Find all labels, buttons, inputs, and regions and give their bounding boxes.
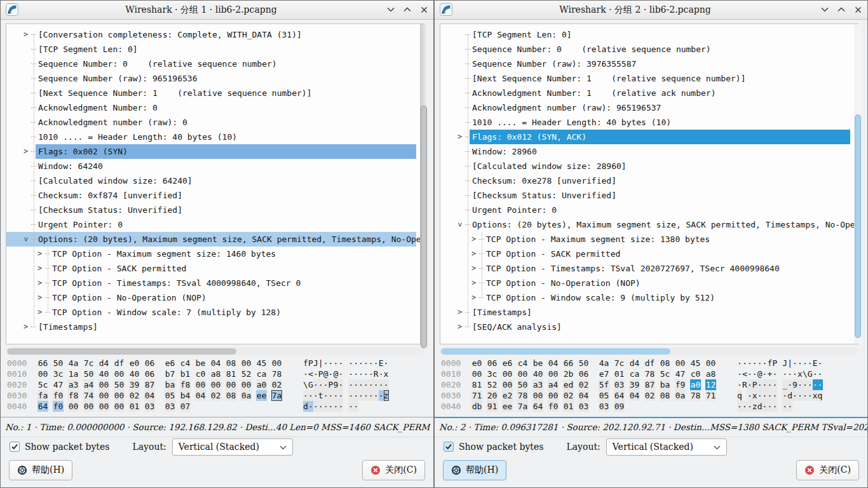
ascii-char[interactable]: · bbox=[782, 401, 787, 412]
ascii-char[interactable]: · bbox=[747, 401, 752, 412]
tree-row[interactable]: >TCP Option - SACK permitted bbox=[6, 261, 416, 276]
hex-byte[interactable]: 05 bbox=[599, 390, 609, 401]
ascii-char[interactable]: · bbox=[353, 390, 358, 401]
hex-byte[interactable]: 02 bbox=[210, 390, 221, 401]
tree-row[interactable]: [Next Sequence Number: 1 (relative seque… bbox=[440, 71, 850, 86]
vertical-scrollbar[interactable] bbox=[420, 24, 428, 344]
hex-byte[interactable]: 00 bbox=[37, 369, 48, 379]
tree-row[interactable]: >Flags: 0x002 (SYN) bbox=[6, 144, 416, 159]
ascii-char[interactable]: @ bbox=[333, 369, 338, 379]
tree-row[interactable]: Acknowledgment number (raw): 0 bbox=[6, 115, 416, 130]
ascii-char[interactable]: · bbox=[792, 358, 797, 369]
hex-byte[interactable]: 52 bbox=[241, 369, 252, 379]
hex-byte[interactable]: 00 bbox=[226, 379, 236, 390]
tree-row[interactable]: [Calculated window size: 64240] bbox=[6, 173, 416, 188]
ascii-char[interactable]: · bbox=[803, 390, 808, 401]
hex-byte[interactable]: e6 bbox=[502, 358, 513, 369]
horizontal-scrollbar[interactable] bbox=[440, 348, 858, 355]
hex-byte[interactable]: b1 bbox=[180, 369, 191, 379]
ascii-char[interactable]: d bbox=[757, 401, 763, 412]
ascii-char[interactable]: 9 bbox=[333, 379, 338, 390]
hex-byte[interactable]: 5f bbox=[599, 379, 609, 390]
hex-byte[interactable]: 7c bbox=[83, 358, 94, 369]
hex-byte[interactable]: 05 bbox=[165, 390, 175, 401]
hex-byte[interactable]: 00 bbox=[98, 401, 109, 412]
ascii-char[interactable]: · bbox=[747, 358, 752, 369]
ascii-char[interactable]: J bbox=[782, 358, 787, 369]
ascii-char[interactable]: · bbox=[763, 401, 768, 412]
hex-byte[interactable]: 00 bbox=[98, 379, 109, 390]
hex-byte[interactable]: 7a bbox=[517, 401, 528, 412]
hex-byte[interactable]: 87 bbox=[644, 379, 655, 390]
tree-row[interactable]: Acknowledgment Number: 0 bbox=[6, 100, 416, 115]
hex-byte[interactable]: 47 bbox=[675, 369, 686, 379]
hex-byte[interactable]: 00 bbox=[532, 390, 543, 401]
ascii-char[interactable]: · bbox=[358, 358, 363, 369]
hex-byte[interactable]: 71 bbox=[705, 390, 716, 401]
ascii-char[interactable]: x bbox=[797, 369, 803, 379]
ascii-char[interactable]: · bbox=[752, 358, 757, 369]
ascii-char[interactable]: · bbox=[358, 379, 363, 390]
hex-byte[interactable]: 00 bbox=[705, 358, 716, 369]
ascii-char[interactable]: · bbox=[737, 369, 742, 379]
hex-byte[interactable]: 47 bbox=[53, 379, 64, 390]
hex-byte[interactable]: 00 bbox=[548, 369, 559, 379]
tree-row[interactable]: >[SEQ/ACK analysis] bbox=[440, 320, 850, 334]
ascii-char[interactable]: · bbox=[329, 358, 334, 369]
ascii-char[interactable]: x bbox=[813, 390, 818, 401]
tree-row[interactable]: [Checksum Status: Unverified] bbox=[440, 188, 850, 203]
ascii-char[interactable]: · bbox=[384, 358, 389, 369]
tree-row[interactable]: Sequence Number (raw): 965196536 bbox=[6, 71, 416, 86]
hex-byte[interactable]: 40 bbox=[129, 369, 140, 379]
ascii-char[interactable]: \ bbox=[803, 369, 808, 379]
ascii-char[interactable]: · bbox=[797, 379, 803, 390]
hex-byte[interactable]: 81 bbox=[471, 379, 482, 390]
hex-byte[interactable]: f8 bbox=[68, 390, 79, 401]
ascii-char[interactable]: · bbox=[363, 369, 369, 379]
hex-byte[interactable]: 04 bbox=[578, 390, 589, 401]
ascii-char[interactable]: @ bbox=[757, 369, 763, 379]
hex-byte[interactable]: f0 bbox=[53, 401, 64, 412]
ascii-char[interactable]: · bbox=[787, 379, 792, 390]
ascii-char[interactable]: · bbox=[772, 369, 777, 379]
tree-row[interactable]: >TCP Option - Timestamps: TSval 40009986… bbox=[6, 276, 416, 290]
ascii-char[interactable]: · bbox=[303, 369, 308, 379]
ascii-char[interactable]: · bbox=[813, 379, 818, 390]
ascii-char[interactable]: · bbox=[757, 379, 763, 390]
tree-row[interactable]: 1010 .... = Header Length: 40 bytes (10) bbox=[440, 115, 850, 130]
expand-icon[interactable]: > bbox=[37, 290, 42, 305]
hex-byte[interactable]: 87 bbox=[144, 379, 155, 390]
expand-icon[interactable]: > bbox=[471, 261, 476, 276]
hex-byte[interactable]: 00 bbox=[114, 401, 125, 412]
hex-byte[interactable]: 50 bbox=[114, 379, 125, 390]
hex-byte[interactable]: 04 bbox=[195, 390, 206, 401]
hex-byte[interactable]: e0 bbox=[471, 358, 482, 369]
hex-byte[interactable]: 01 bbox=[614, 369, 625, 379]
hex-byte[interactable]: e6 bbox=[165, 358, 175, 369]
hex-byte[interactable]: f9 bbox=[675, 379, 686, 390]
ascii-char[interactable]: · bbox=[787, 401, 792, 412]
hex-byte[interactable]: 03 bbox=[144, 401, 155, 412]
ascii-char[interactable]: · bbox=[808, 390, 813, 401]
ascii-char[interactable]: · bbox=[374, 390, 379, 401]
hex-byte[interactable]: 07 bbox=[180, 401, 191, 412]
expand-icon[interactable]: > bbox=[471, 232, 476, 247]
hex-byte[interactable]: c0 bbox=[195, 369, 206, 379]
hex-byte[interactable]: a4 bbox=[83, 379, 94, 390]
scrollbar-thumb[interactable] bbox=[855, 114, 861, 338]
hex-byte[interactable]: 04 bbox=[548, 358, 559, 369]
hex-byte[interactable]: 78 bbox=[271, 369, 282, 379]
hex-byte[interactable]: 03 bbox=[578, 401, 589, 412]
ascii-char[interactable]: · bbox=[369, 358, 374, 369]
ascii-char[interactable]: · bbox=[803, 379, 808, 390]
hex-byte[interactable]: be bbox=[195, 358, 206, 369]
hex-byte[interactable]: 45 bbox=[690, 358, 701, 369]
tree-row[interactable]: >TCP Option - No-Operation (NOP) bbox=[6, 290, 416, 305]
hex-byte[interactable]: a8 bbox=[705, 369, 716, 379]
ascii-char[interactable]: · bbox=[772, 390, 777, 401]
ascii-char[interactable]: · bbox=[782, 390, 787, 401]
hex-byte[interactable]: 06 bbox=[144, 369, 155, 379]
ascii-char[interactable]: d bbox=[303, 401, 308, 412]
ascii-char[interactable]: · bbox=[333, 401, 338, 412]
ascii-char[interactable]: f bbox=[303, 358, 308, 369]
